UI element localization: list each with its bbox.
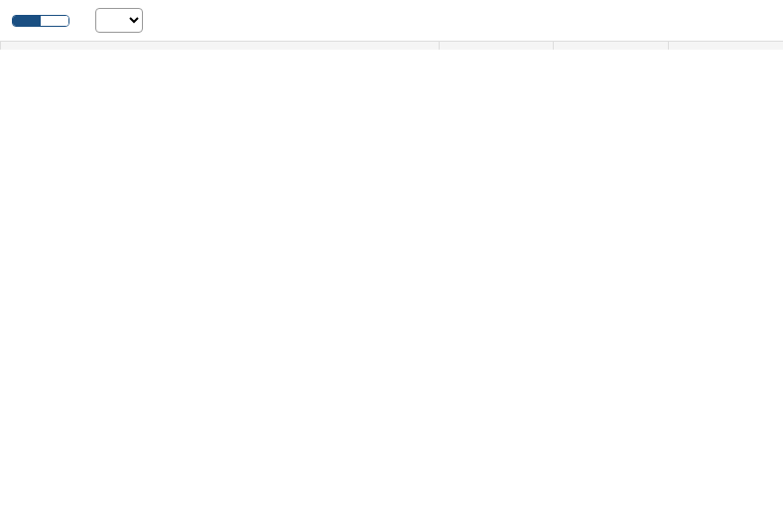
lowest-fare-tab[interactable] xyxy=(13,16,41,26)
fare-type-tabs[interactable] xyxy=(12,15,69,27)
first-sub-header xyxy=(668,42,783,50)
sort-select[interactable] xyxy=(95,8,143,33)
flight-sub-header xyxy=(1,42,440,50)
saver-sub-header xyxy=(439,42,554,50)
flight-results-table xyxy=(0,42,783,50)
sort-area xyxy=(89,8,143,33)
refundable-tab[interactable] xyxy=(41,16,68,26)
main-sub-header xyxy=(554,42,669,50)
header-controls xyxy=(0,0,783,42)
sub-header-row xyxy=(1,42,784,50)
